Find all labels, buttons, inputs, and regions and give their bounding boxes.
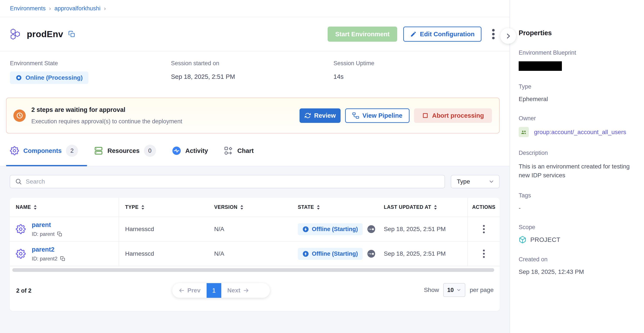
gear-icon — [10, 146, 19, 155]
gear-icon — [16, 249, 26, 259]
component-version: N/A — [208, 250, 292, 257]
scope-label: Scope — [519, 224, 635, 231]
column-header-last-updated[interactable]: LAST UPDATED AT — [378, 204, 468, 210]
blueprint-label: Environment Blueprint — [519, 49, 635, 56]
owner-group-link[interactable]: group:account/_account_all_users — [534, 129, 626, 136]
sort-icon — [141, 205, 145, 210]
approval-banner: 2 steps are waiting for approval Executi… — [6, 98, 500, 133]
pager-pill: Prev 1 Next — [172, 283, 270, 298]
properties-panel: Properties Environment Blueprint Type Ep… — [510, 0, 644, 333]
arrow-left-icon — [178, 287, 185, 294]
search-icon — [15, 178, 22, 185]
breadcrumb-environments[interactable]: Environments — [10, 5, 46, 12]
tab-resources-label: Resources — [108, 147, 140, 154]
pagination: 2 of 2 Prev 1 Next — [10, 272, 500, 308]
tab-activity[interactable]: Activity — [172, 136, 208, 166]
chart-flow-icon — [224, 146, 233, 155]
server-icon — [94, 146, 103, 155]
online-state-icon — [16, 74, 22, 81]
tab-activity-label: Activity — [186, 147, 208, 154]
column-header-name[interactable]: NAME — [10, 198, 119, 217]
search-input[interactable] — [26, 178, 440, 185]
refresh-icon — [304, 112, 311, 119]
approval-banner-subtitle: Execution requires approval(s) to contin… — [31, 118, 182, 125]
component-state-badge: Offline (Starting) — [298, 223, 363, 235]
tab-resources[interactable]: Resources 0 — [94, 136, 156, 166]
row-kebab-menu-icon[interactable] — [468, 217, 500, 241]
component-id: ID: parent — [32, 231, 54, 237]
properties-heading: Properties — [519, 29, 635, 37]
abort-processing-button[interactable]: Abort processing — [414, 108, 492, 123]
type-label: Type — [519, 83, 635, 90]
page-title: prodEnv — [27, 29, 63, 39]
session-uptime-value: 14s — [334, 73, 374, 80]
breadcrumb-separator: › — [49, 5, 51, 12]
type-filter-dropdown[interactable]: Type — [451, 175, 500, 188]
copy-icon[interactable] — [60, 256, 65, 261]
table-header-row: NAME TYPE VERSION STATE LAST UPDATED AT — [10, 198, 500, 217]
description-label: Description — [519, 150, 635, 156]
edit-configuration-button[interactable]: Edit Configuration — [403, 26, 482, 42]
chevron-right-icon — [504, 32, 512, 40]
created-on-label: Created on — [519, 256, 635, 263]
main-pane: Environments › approvalforkhushi › prodE… — [0, 0, 510, 333]
tab-components[interactable]: Components 2 — [10, 136, 78, 166]
session-started-value: Sep 18, 2025, 2:51 PM — [171, 73, 334, 80]
copy-icon[interactable] — [57, 232, 62, 237]
pencil-icon — [410, 31, 417, 37]
start-environment-button[interactable]: Start Environment — [328, 26, 397, 42]
component-name-link[interactable]: parent — [32, 221, 62, 229]
chevron-down-icon — [488, 179, 494, 185]
collapse-panel-button[interactable] — [500, 28, 516, 44]
page-header: prodEnv Start Environment Edit Configura… — [0, 17, 510, 51]
approval-banner-title: 2 steps are waiting for approval — [31, 106, 182, 113]
breadcrumb-current[interactable]: approvalforkhushi — [54, 5, 100, 12]
tab-components-label: Components — [23, 147, 62, 154]
view-pipeline-button[interactable]: View Pipeline — [345, 108, 410, 123]
loading-dots-icon — [368, 250, 375, 258]
next-page-button[interactable]: Next — [221, 283, 256, 298]
copy-icon[interactable] — [68, 31, 75, 37]
cube-icon — [519, 236, 526, 244]
activity-pulse-icon — [172, 146, 181, 155]
breadcrumb-separator: › — [104, 5, 106, 12]
session-started-label: Session started on — [171, 60, 334, 67]
review-button[interactable]: Review — [300, 108, 340, 123]
show-label: Show — [424, 287, 439, 294]
loading-dots-icon — [368, 225, 375, 233]
pipeline-icon — [352, 112, 359, 119]
search-box — [10, 175, 445, 188]
current-page-button[interactable]: 1 — [206, 283, 221, 298]
session-uptime-label: Session Uptime — [334, 60, 374, 67]
sort-icon — [33, 205, 38, 210]
tab-components-count: 2 — [66, 145, 78, 157]
prev-page-button[interactable]: Prev — [172, 283, 206, 298]
table-row: parent2 ID: parent2 Harnesscd N/A — [10, 242, 500, 266]
table-row: parent ID: parent Harnesscd N/A — [10, 217, 500, 242]
tab-chart[interactable]: Chart — [224, 136, 254, 166]
component-state-badge: Offline (Starting) — [298, 248, 363, 260]
column-header-version[interactable]: VERSION — [208, 204, 292, 210]
tab-bar: Components 2 Resources 0 Activity — [0, 133, 510, 166]
column-header-actions: ACTIONS — [468, 198, 500, 217]
component-name-link[interactable]: parent2 — [32, 246, 65, 253]
components-table: NAME TYPE VERSION STATE LAST UPDATED AT — [10, 198, 500, 311]
scope-value: PROJECT — [530, 236, 560, 243]
users-icon — [519, 127, 529, 137]
kebab-menu-icon[interactable] — [488, 26, 499, 42]
column-header-state[interactable]: STATE — [292, 204, 378, 210]
horizontal-scrollbar[interactable] — [12, 268, 494, 272]
tags-value: - — [519, 205, 635, 211]
stop-square-icon — [422, 112, 429, 119]
column-header-type[interactable]: TYPE — [119, 204, 208, 210]
environment-state-value: Online (Processing) — [26, 74, 83, 81]
row-kebab-menu-icon[interactable] — [468, 242, 500, 266]
created-on-value: Sep 18, 2025, 12:43 PM — [519, 269, 635, 275]
environment-state-badge: Online (Processing) — [10, 71, 88, 84]
description-value: This is an environment created for testi… — [519, 162, 635, 180]
component-id: ID: parent2 — [32, 256, 58, 262]
page-size-dropdown[interactable]: 10 — [443, 283, 465, 297]
component-last-updated: Sep 18, 2025, 2:51 PM — [378, 226, 468, 233]
breadcrumb: Environments › approvalforkhushi › — [0, 0, 510, 17]
blueprint-value-redacted[interactable] — [519, 61, 562, 71]
